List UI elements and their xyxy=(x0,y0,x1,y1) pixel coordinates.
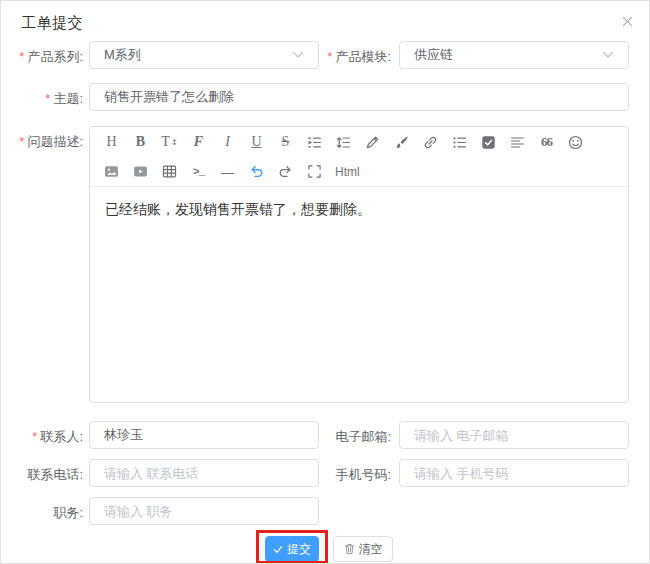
email-label: 电子邮箱: xyxy=(307,428,391,446)
description-label: *问题描述: xyxy=(7,133,83,151)
pen-icon[interactable] xyxy=(358,128,387,156)
position-label: 职务: xyxy=(7,504,83,522)
contact-label: *联系人: xyxy=(7,428,83,446)
mobile-label: 手机号码: xyxy=(307,466,391,484)
chevron-down-icon xyxy=(292,51,304,59)
close-icon xyxy=(621,15,634,28)
font-family-icon[interactable]: F xyxy=(184,128,213,156)
editor-content[interactable]: 已经结账，发现销售开票错了，想要删除。 xyxy=(90,187,628,403)
undo-icon[interactable] xyxy=(242,158,271,186)
required-asterisk: * xyxy=(45,91,50,106)
position-input[interactable] xyxy=(89,497,319,525)
required-asterisk: * xyxy=(32,429,37,444)
subject-label: *主题: xyxy=(7,90,83,108)
link-icon[interactable] xyxy=(416,128,445,156)
email-input[interactable] xyxy=(399,421,629,449)
required-asterisk: * xyxy=(19,134,24,149)
mobile-input[interactable] xyxy=(399,459,629,487)
task-list-icon[interactable] xyxy=(474,128,503,156)
strikethrough-icon[interactable]: S xyxy=(271,128,300,156)
brush-icon[interactable] xyxy=(387,128,416,156)
code-icon[interactable]: >_ xyxy=(184,158,213,186)
chevron-down-icon xyxy=(602,51,614,59)
work-order-dialog: 工单提交 *产品系列: M系列 *产品模块: 供应链 *主题: *问题描述: H… xyxy=(0,0,650,564)
emoji-icon[interactable] xyxy=(561,128,590,156)
required-asterisk: * xyxy=(327,49,332,64)
product-series-select[interactable]: M系列 xyxy=(89,41,319,69)
bold-icon[interactable]: B xyxy=(126,128,155,156)
hr-icon[interactable]: — xyxy=(213,158,242,186)
align-icon[interactable] xyxy=(503,128,532,156)
product-module-select[interactable]: 供应链 xyxy=(399,41,629,69)
trash-icon xyxy=(344,543,355,555)
product-series-label: *产品系列: xyxy=(7,48,83,66)
italic-icon[interactable]: I xyxy=(213,128,242,156)
line-height-icon[interactable] xyxy=(329,128,358,156)
image-icon[interactable] xyxy=(97,158,126,186)
phone-input[interactable] xyxy=(89,459,319,487)
close-button[interactable] xyxy=(617,11,637,31)
submit-button[interactable]: 提交 xyxy=(265,536,319,562)
dialog-title: 工单提交 xyxy=(21,14,83,33)
subject-input[interactable] xyxy=(89,83,629,111)
check-icon xyxy=(273,545,283,554)
rich-text-editor: HBTFIUS66 >_—Html 已经结账，发现销售开票错了，想要删除。 xyxy=(89,126,629,403)
editor-toolbar-row2: >_—Html xyxy=(90,157,628,187)
required-asterisk: * xyxy=(19,49,24,64)
phone-label: 联系电话: xyxy=(7,466,83,484)
editor-toolbar-row1: HBTFIUS66 xyxy=(90,127,628,157)
table-icon[interactable] xyxy=(155,158,184,186)
product-module-label: *产品模块: xyxy=(307,48,391,66)
unordered-list-icon[interactable] xyxy=(445,128,474,156)
quote-icon[interactable]: 66 xyxy=(532,128,561,156)
indent-icon[interactable] xyxy=(300,128,329,156)
product-module-value: 供应链 xyxy=(414,46,602,64)
fullscreen-icon[interactable] xyxy=(300,158,329,186)
font-size-icon[interactable]: T xyxy=(155,128,184,156)
underline-icon[interactable]: U xyxy=(242,128,271,156)
heading-icon[interactable]: H xyxy=(97,128,126,156)
html-icon[interactable]: Html xyxy=(329,158,366,186)
clear-button[interactable]: 清空 xyxy=(333,536,393,562)
contact-input[interactable] xyxy=(89,421,319,449)
redo-icon[interactable] xyxy=(271,158,300,186)
product-series-value: M系列 xyxy=(104,46,292,64)
video-icon[interactable] xyxy=(126,158,155,186)
